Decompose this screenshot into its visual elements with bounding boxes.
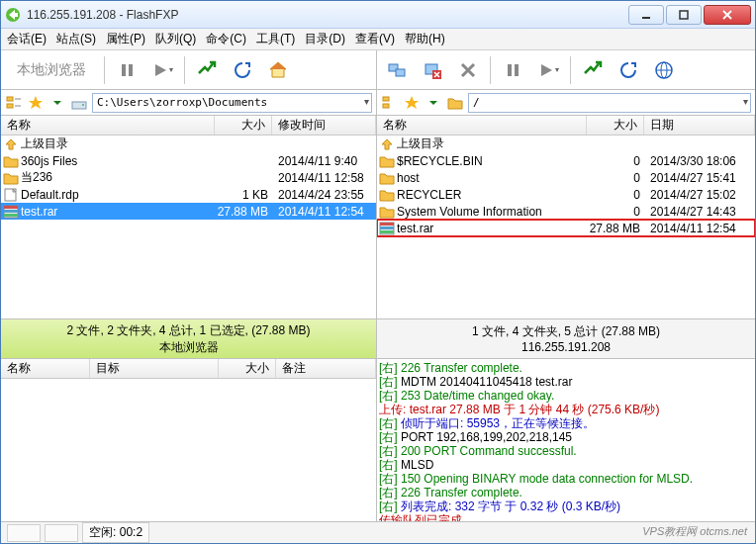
log-line: [右] PORT 192,168,199,202,218,145 xyxy=(379,430,753,444)
drive-icon xyxy=(70,94,88,112)
file-date: 2014/3/30 18:06 xyxy=(646,154,753,168)
app-icon xyxy=(5,7,21,23)
connect-button[interactable] xyxy=(381,54,413,86)
file-date: 2014/4/27 14:43 xyxy=(646,205,753,219)
log-line: [右] 226 Transfer complete. xyxy=(379,361,753,375)
file-name: 当236 xyxy=(21,169,217,186)
file-icon xyxy=(3,188,19,202)
list-item[interactable]: RECYCLER02014/4/27 15:02 xyxy=(377,186,755,203)
file-panes: 名称 大小 修改时间 上级目录360js Files2014/4/11 9:40… xyxy=(1,116,755,318)
toolbar-right: ▾ xyxy=(377,50,755,89)
folder-icon xyxy=(3,171,19,185)
list-item[interactable]: Default.rdp1 KB2014/4/24 23:55 xyxy=(1,186,376,203)
remote-columns: 名称 大小 日期 xyxy=(377,116,755,136)
col-target[interactable]: 目标 xyxy=(90,359,219,378)
favorite-icon[interactable] xyxy=(403,94,421,112)
col-name[interactable]: 名称 xyxy=(1,116,215,135)
file-date: 2014/4/11 12:54 xyxy=(274,205,374,219)
close-button[interactable] xyxy=(704,5,751,25)
log-line: [右] 200 PORT Command successful. xyxy=(379,444,753,458)
tree-icon[interactable] xyxy=(381,94,399,112)
pathbars: ▾ ▾ xyxy=(1,90,755,116)
abort-button[interactable] xyxy=(452,54,484,86)
watermark: VPS教程网 otcms.net xyxy=(642,524,747,539)
file-size: 0 xyxy=(589,171,646,185)
list-item[interactable]: $RECYCLE.BIN02014/3/30 18:06 xyxy=(377,152,755,169)
bottom-section: 名称 目标 大小 备注 [右] 226 Transfer complete.[右… xyxy=(1,358,755,526)
local-status-line1: 2 文件, 2 文件夹, 4 总计, 1 已选定, (27.88 MB) xyxy=(66,322,310,339)
refresh-button[interactable] xyxy=(227,54,258,86)
up-directory[interactable]: 上级目录 xyxy=(1,136,376,152)
folder-icon xyxy=(379,171,395,185)
up-directory[interactable]: 上级目录 xyxy=(377,136,755,152)
queue-list[interactable] xyxy=(1,379,376,526)
log-pane[interactable]: [右] 226 Transfer complete.[右] MDTM 20140… xyxy=(377,359,755,526)
list-item[interactable]: test.rar27.88 MB2014/4/11 12:54 xyxy=(1,203,376,220)
menu-props[interactable]: 属性(P) xyxy=(106,31,145,47)
file-size: 0 xyxy=(589,154,646,168)
menu-help[interactable]: 帮助(H) xyxy=(405,31,445,47)
disconnect-button[interactable] xyxy=(417,54,448,86)
col-name[interactable]: 名称 xyxy=(377,116,587,135)
pause-button-r[interactable] xyxy=(497,54,528,86)
col-name[interactable]: 名称 xyxy=(1,359,90,378)
list-item[interactable]: System Volume Information02014/4/27 14:4… xyxy=(377,203,755,220)
local-file-list[interactable]: 上级目录360js Files2014/4/11 9:40当2362014/4/… xyxy=(1,136,376,318)
svg-rect-30 xyxy=(380,223,394,226)
col-size[interactable]: 大小 xyxy=(215,116,272,135)
remote-path-input[interactable] xyxy=(468,93,751,113)
svg-rect-28 xyxy=(4,214,18,217)
up-icon xyxy=(3,137,19,151)
col-size[interactable]: 大小 xyxy=(219,359,276,378)
globe-button[interactable] xyxy=(648,54,680,86)
tree-icon[interactable] xyxy=(5,94,23,112)
local-status: 2 文件, 2 文件夹, 4 总计, 1 已选定, (27.88 MB) 本地浏… xyxy=(1,319,377,358)
rar-icon xyxy=(379,222,395,235)
menu-session[interactable]: 会话(E) xyxy=(7,31,47,47)
log-line: [右] MDTM 20140411045418 test.rar xyxy=(379,375,753,389)
col-remark[interactable]: 备注 xyxy=(276,359,376,378)
file-date: 2014/4/11 9:40 xyxy=(274,154,374,168)
menu-dir[interactable]: 目录(D) xyxy=(305,31,345,47)
file-size: 0 xyxy=(589,188,646,202)
chevron-down-icon[interactable]: ▾ xyxy=(743,96,748,107)
menu-sites[interactable]: 站点(S) xyxy=(56,31,96,47)
refresh-button-r[interactable] xyxy=(613,54,644,86)
transfer-button-r[interactable] xyxy=(577,54,609,86)
menubar: 会话(E) 站点(S) 属性(P) 队列(Q) 命令(C) 工具(T) 目录(D… xyxy=(1,29,755,50)
chevron-down-icon[interactable]: ▾ xyxy=(364,96,369,107)
menu-tools[interactable]: 工具(T) xyxy=(256,31,295,47)
col-mtime[interactable]: 修改时间 xyxy=(272,116,376,135)
pathbar-local: ▾ xyxy=(1,90,377,115)
menu-queue[interactable]: 队列(Q) xyxy=(155,31,196,47)
remote-file-list[interactable]: 上级目录$RECYCLE.BIN02014/3/30 18:06host0201… xyxy=(377,136,755,318)
statusbars: 2 文件, 2 文件夹, 4 总计, 1 已选定, (27.88 MB) 本地浏… xyxy=(1,318,755,358)
folder-icon xyxy=(379,205,395,219)
file-name: test.rar xyxy=(397,222,589,235)
svg-rect-12 xyxy=(515,64,519,76)
file-date: 2014/4/11 12:54 xyxy=(646,222,753,235)
menu-view[interactable]: 查看(V) xyxy=(355,31,395,47)
maximize-button[interactable] xyxy=(666,5,702,25)
list-item[interactable]: host02014/4/27 15:41 xyxy=(377,169,755,186)
local-path-input[interactable] xyxy=(92,93,372,113)
local-columns: 名称 大小 修改时间 xyxy=(1,116,376,136)
dropdown-icon[interactable] xyxy=(425,94,442,112)
svg-point-21 xyxy=(82,104,84,106)
list-item[interactable]: test.rar27.88 MB2014/4/11 12:54 xyxy=(377,220,755,236)
dropdown-icon[interactable] xyxy=(48,94,66,112)
col-size[interactable]: 大小 xyxy=(587,116,644,135)
minimize-button[interactable] xyxy=(628,5,664,25)
home-button[interactable] xyxy=(262,54,294,86)
favorite-icon[interactable] xyxy=(27,94,45,112)
list-item[interactable]: 360js Files2014/4/11 9:40 xyxy=(1,152,376,169)
play-button-r[interactable]: ▾ xyxy=(532,54,564,86)
transfer-button[interactable] xyxy=(191,54,223,86)
menu-cmds[interactable]: 命令(C) xyxy=(206,31,246,47)
file-name: 360js Files xyxy=(21,154,217,168)
list-item[interactable]: 当2362014/4/11 12:58 xyxy=(1,169,376,186)
svg-rect-20 xyxy=(72,102,86,109)
play-button[interactable]: ▾ xyxy=(146,54,178,86)
col-date[interactable]: 日期 xyxy=(644,116,755,135)
pause-button[interactable] xyxy=(111,54,142,86)
